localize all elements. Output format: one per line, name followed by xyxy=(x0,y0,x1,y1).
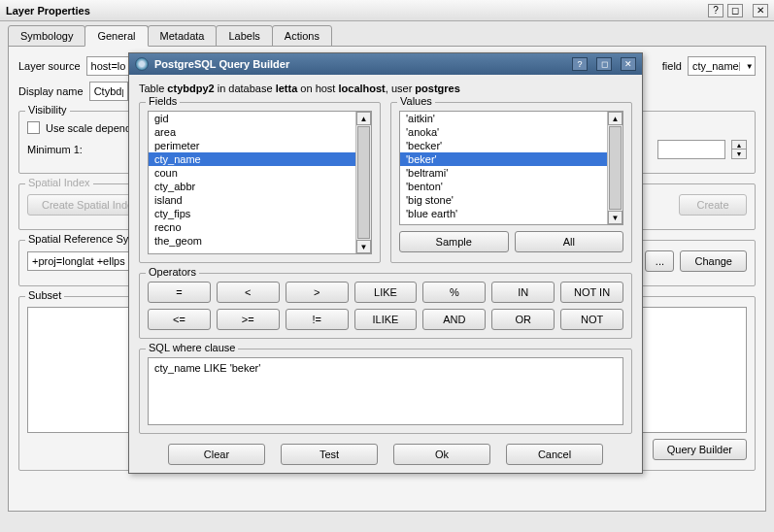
query-builder-button[interactable]: Query Builder xyxy=(653,439,747,460)
use-scale-checkbox[interactable] xyxy=(27,121,40,134)
window-titlebar: Layer Properties ? ◻ ✕ xyxy=(0,0,774,21)
op-ilike-button[interactable]: ILIKE xyxy=(354,309,418,330)
tab-bar: Symbology General Metadata Labels Action… xyxy=(8,25,766,47)
op--button[interactable]: > xyxy=(286,282,349,303)
spatial-index-title: Spatial Index xyxy=(25,177,93,188)
minimum-spinner[interactable]: ▲▼ xyxy=(731,140,747,159)
fields-listbox[interactable]: gidareaperimetercty_namecouncty_abbrisla… xyxy=(148,111,372,254)
change-button[interactable]: Change xyxy=(680,250,747,272)
op--button[interactable]: >= xyxy=(217,309,280,330)
op--button[interactable]: = xyxy=(148,282,211,303)
fields-label: Fields xyxy=(146,95,180,107)
dialog-title: PostgreSQL Query Builder xyxy=(154,58,563,70)
window-title: Layer Properties xyxy=(6,5,704,17)
cancel-button[interactable]: Cancel xyxy=(506,444,603,465)
tab-metadata[interactable]: Metadata xyxy=(148,25,218,47)
dialog-close-button[interactable]: ✕ xyxy=(621,57,636,71)
scroll-thumb[interactable] xyxy=(609,126,622,210)
op-or-button[interactable]: OR xyxy=(491,309,555,330)
op-notin-button[interactable]: NOT IN xyxy=(560,282,623,303)
op-like-button[interactable]: LIKE xyxy=(354,282,418,303)
operators-label: Operators xyxy=(146,266,199,278)
test-button[interactable]: Test xyxy=(281,444,378,465)
op-not-button[interactable]: NOT xyxy=(560,309,623,330)
op--button[interactable]: <= xyxy=(148,309,211,330)
scroll-down-icon[interactable]: ▼ xyxy=(608,211,623,224)
field-item[interactable]: area xyxy=(149,125,355,139)
help-button[interactable]: ? xyxy=(708,4,724,17)
use-scale-label: Use scale depend xyxy=(46,122,131,134)
value-item[interactable]: 'beker' xyxy=(400,152,607,166)
field-combo[interactable]: cty_name ▼ xyxy=(688,56,756,76)
values-scrollbar[interactable]: ▲ ▼ xyxy=(607,112,623,224)
field-item[interactable]: recno xyxy=(149,220,355,234)
values-label: Values xyxy=(397,95,435,107)
operators-group: Operators =<>LIKE%INNOT IN<=>=!=ILIKEAND… xyxy=(139,273,632,339)
field-item[interactable]: cty_name xyxy=(149,152,355,166)
close-button[interactable]: ✕ xyxy=(753,4,768,17)
spin-up-icon[interactable]: ▲ xyxy=(732,141,746,150)
srs-more-button[interactable]: ... xyxy=(645,250,674,272)
table-sentence: Table ctybdpy2 in database letta on host… xyxy=(139,83,632,94)
field-item[interactable]: perimeter xyxy=(149,139,355,152)
sample-button[interactable]: Sample xyxy=(399,231,509,252)
value-item[interactable]: 'anoka' xyxy=(400,125,607,139)
field-item[interactable]: coun xyxy=(149,166,355,180)
clear-button[interactable]: Clear xyxy=(168,444,265,465)
fields-group: Fields gidareaperimetercty_namecouncty_a… xyxy=(139,102,381,263)
visibility-title: Visibility xyxy=(25,104,70,116)
field-item[interactable]: gid xyxy=(149,112,355,125)
op-in-button[interactable]: IN xyxy=(491,282,555,303)
dialog-restore-button[interactable]: ◻ xyxy=(596,57,612,71)
values-listbox[interactable]: 'aitkin''anoka''becker''beker''beltrami'… xyxy=(399,111,623,225)
query-builder-dialog: PostgreSQL Query Builder ? ◻ ✕ Table cty… xyxy=(128,52,643,474)
all-button[interactable]: All xyxy=(515,231,624,252)
create-button: Create xyxy=(679,194,747,216)
dialog-titlebar[interactable]: PostgreSQL Query Builder ? ◻ ✕ xyxy=(129,53,642,75)
value-item[interactable]: 'beltrami' xyxy=(400,166,607,180)
field-label: field xyxy=(662,60,682,72)
tab-symbology[interactable]: Symbology xyxy=(8,25,85,47)
minimum-spin-input[interactable] xyxy=(657,140,725,159)
dialog-help-button[interactable]: ? xyxy=(572,57,588,71)
tab-general[interactable]: General xyxy=(84,25,148,47)
display-name-label: Display name xyxy=(18,85,84,97)
tab-labels[interactable]: Labels xyxy=(216,25,272,47)
srs-title: Spatial Reference Sy xyxy=(25,233,131,245)
spin-down-icon[interactable]: ▼ xyxy=(732,150,746,158)
field-combo-value: cty_name xyxy=(692,60,739,72)
field-item[interactable]: cty_abbr xyxy=(149,180,355,193)
display-name-input[interactable] xyxy=(89,82,128,101)
layer-source-label: Layer source xyxy=(18,60,81,72)
tab-actions[interactable]: Actions xyxy=(272,25,332,47)
value-item[interactable]: 'benton' xyxy=(400,180,607,193)
minimum-label: Minimum 1: xyxy=(27,144,83,155)
scroll-up-icon[interactable]: ▲ xyxy=(608,112,623,125)
op-and-button[interactable]: AND xyxy=(422,309,486,330)
op--button[interactable]: % xyxy=(422,282,486,303)
ok-button[interactable]: Ok xyxy=(393,444,490,465)
subset-title: Subset xyxy=(25,289,64,301)
op--button[interactable]: != xyxy=(286,309,349,330)
value-item[interactable]: 'aitkin' xyxy=(400,112,607,125)
value-item[interactable]: 'big stone' xyxy=(400,193,607,207)
scroll-down-icon[interactable]: ▼ xyxy=(356,240,371,253)
field-item[interactable]: the_geom xyxy=(149,234,355,248)
restore-button[interactable]: ◻ xyxy=(727,4,743,17)
value-item[interactable]: 'becker' xyxy=(400,139,607,152)
values-group: Values 'aitkin''anoka''becker''beker''be… xyxy=(390,102,632,263)
scroll-up-icon[interactable]: ▲ xyxy=(356,112,371,125)
sql-textarea[interactable]: cty_name LIKE 'beker' xyxy=(148,357,623,425)
op--button[interactable]: < xyxy=(217,282,280,303)
sql-label: SQL where clause xyxy=(146,342,238,353)
fields-scrollbar[interactable]: ▲ ▼ xyxy=(355,112,371,253)
sql-group: SQL where clause cty_name LIKE 'beker' xyxy=(139,349,632,434)
scroll-thumb[interactable] xyxy=(357,126,370,239)
globe-icon xyxy=(135,57,149,71)
field-item[interactable]: cty_fips xyxy=(149,207,355,220)
field-item[interactable]: island xyxy=(149,193,355,207)
chevron-down-icon: ▼ xyxy=(739,62,754,71)
value-item[interactable]: 'blue earth' xyxy=(400,207,607,220)
